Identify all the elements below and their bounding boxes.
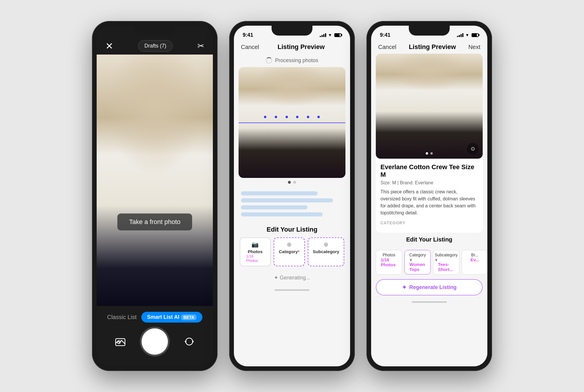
camera-preview <box>97 55 213 306</box>
camera-bottom-bar: Classic List Smart List AI BETA <box>97 306 213 366</box>
wifi-icon: ▼ <box>328 33 332 37</box>
edit-tab-photos[interactable]: 📷 Photos 1/16 Photos <box>240 237 271 266</box>
scan-dots <box>260 111 324 123</box>
edit-tabs-3: Photos 1/16 Photos Category ∨ Women Tops… <box>371 247 487 276</box>
tab-value-subcategory: Tees- Short... <box>438 262 454 272</box>
regen-label: Regenerate Listing <box>409 284 456 290</box>
category-header: CATEGORY <box>380 220 478 225</box>
scissors-icon[interactable]: ✂ <box>197 41 204 51</box>
status-icons-2: ▼ <box>320 33 341 37</box>
signal-icon <box>320 33 326 37</box>
beta-badge: BETA <box>181 314 197 320</box>
loading-line <box>241 212 323 216</box>
loading-content <box>234 187 350 221</box>
svg-marker-3 <box>185 340 186 343</box>
category-icon: ⊕ <box>287 241 292 248</box>
loading-line <box>241 205 307 209</box>
photo-edit-icon[interactable]: ⊙ <box>467 143 479 155</box>
gallery-button[interactable] <box>112 333 129 350</box>
status-icons-3: ▼ <box>457 33 479 37</box>
regen-icon: ✦ <box>402 284 407 291</box>
preview-dot-indicators <box>426 152 433 155</box>
edit-listing-title-3: Edit Your Listing <box>371 233 487 243</box>
edit-tab-subcategory-3[interactable]: Subcategory ∨ Tees- Short... <box>433 250 459 274</box>
nav-bar-3: Cancel Listing Preview Next <box>371 40 487 54</box>
loading-line <box>241 198 333 202</box>
cancel-button-3[interactable]: Cancel <box>378 44 396 50</box>
edit-tab-photos-3[interactable]: Photos 1/16 Photos <box>376 250 402 274</box>
tab-label-brand: Br... <box>471 253 479 257</box>
generating-bar: ✦ Generating... <box>234 270 350 286</box>
signal-icon-3 <box>457 33 463 37</box>
next-button-3[interactable]: Next <box>468 44 480 50</box>
listing-title: Everlane Cotton Crew Tee Size M <box>380 163 478 178</box>
scan-dot <box>264 116 266 118</box>
preview-dot <box>430 152 433 155</box>
edit-listing-section-2: Edit Your Listing 📷 Photos 1/16 Photos ⊕… <box>234 221 350 270</box>
home-indicator-3 <box>371 299 487 305</box>
tab-label: Category* <box>279 249 300 254</box>
scan-dot <box>307 116 309 118</box>
subcategory-icon: ⊕ <box>324 241 328 248</box>
nav-bar-2: Cancel Listing Preview <box>234 40 350 54</box>
smart-list-button[interactable]: Smart List AI BETA <box>141 312 202 323</box>
required-mark: * <box>298 249 300 254</box>
drafts-button[interactable]: Drafts (7) <box>138 40 172 52</box>
svg-marker-2 <box>192 340 194 343</box>
listing-type-row: Classic List Smart List AI BETA <box>107 312 203 323</box>
loading-line <box>241 191 318 195</box>
home-indicator-2 <box>234 286 350 294</box>
smart-list-label: Smart List AI <box>147 314 179 320</box>
tab-value-brand: Ev... <box>470 257 479 262</box>
edit-listing-title-2: Edit Your Listing <box>240 226 344 233</box>
notch-3 <box>409 26 450 36</box>
notch-2 <box>272 26 312 36</box>
regenerate-button[interactable]: ✦ Regenerate Listing <box>376 279 483 295</box>
nav-title-2: Listing Preview <box>277 43 324 51</box>
phone-2: 9:41 ▼ Cancel Listing Preview <box>229 21 355 371</box>
battery-icon <box>334 33 341 37</box>
tab-label-photos: Photos <box>383 253 395 257</box>
image-dot-indicators <box>234 178 350 187</box>
tab-sublabel: 1/16 Photos <box>246 254 264 263</box>
edit-tabs-2: 📷 Photos 1/16 Photos ⊕ Category* ⊕ Subca… <box>240 237 344 267</box>
generating-label: ✦ Generating... <box>274 274 310 281</box>
listing-preview-image: ⊙ <box>376 54 483 159</box>
camera-photo-area: Take a front photo <box>97 55 213 306</box>
take-photo-overlay: Take a front photo <box>117 214 192 230</box>
preview-dot <box>426 152 428 155</box>
status-time-2: 9:41 <box>243 32 253 38</box>
dot-indicator <box>293 181 296 184</box>
listing-preview-photo <box>376 54 483 159</box>
listing-meta: Size: M | Brand: Everlane <box>380 180 478 186</box>
classic-list-label: Classic List <box>107 314 137 321</box>
phone-3: 9:41 ▼ Cancel Listing Preview <box>366 21 492 371</box>
scan-line <box>239 123 345 123</box>
processing-bar: Processing photos <box>234 54 350 67</box>
listing-image-2 <box>239 67 345 178</box>
status-time-3: 9:41 <box>380 32 390 38</box>
dot-indicator <box>288 181 291 184</box>
edit-tab-subcategory[interactable]: ⊕ Subcategory <box>308 237 344 266</box>
phone-1: ✕ Drafts (7) ✂ Take a front photo Classi… <box>92 21 218 371</box>
flip-camera-button[interactable] <box>180 333 198 350</box>
wifi-icon-3: ▼ <box>465 33 469 37</box>
scan-dot <box>275 116 277 118</box>
notch-1 <box>134 26 175 36</box>
edit-tab-category[interactable]: ⊕ Category* <box>274 237 305 266</box>
shutter-button[interactable] <box>142 328 168 355</box>
processing-spinner <box>266 57 272 64</box>
battery-icon-3 <box>472 33 479 37</box>
tab-label: Subcategory <box>313 249 339 254</box>
scan-dot <box>317 116 320 118</box>
tab-value-category: Women Tops <box>409 262 426 272</box>
listing-description: This piece offers a classic crew neck, o… <box>380 188 478 216</box>
tab-label-subcategory: Subcategory ∨ <box>435 253 458 262</box>
edit-tab-brand-3[interactable]: Br... Ev... <box>462 250 487 274</box>
tab-label: Photos <box>248 249 263 254</box>
close-button[interactable]: ✕ <box>105 41 113 52</box>
edit-tab-category-3[interactable]: Category ∨ Women Tops <box>404 250 431 274</box>
photos-icon: 📷 <box>251 241 259 248</box>
cancel-button-2[interactable]: Cancel <box>241 44 259 50</box>
scan-dot <box>286 116 288 118</box>
